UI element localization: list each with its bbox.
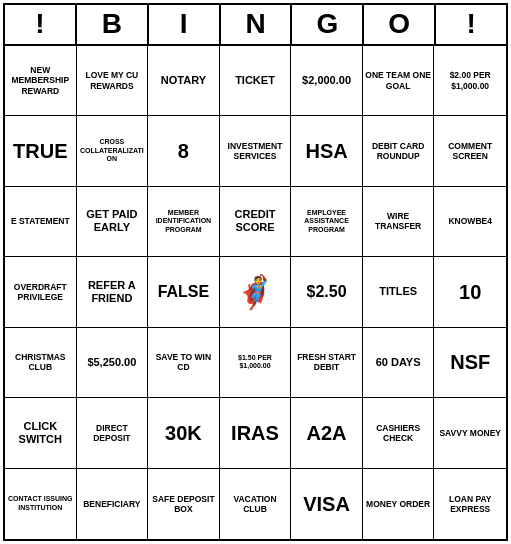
- cell-r1-c4: HSA: [291, 116, 363, 186]
- cell-r3-c6: 10: [434, 257, 506, 327]
- cell-r0-c4: $2,000.00: [291, 46, 363, 116]
- cell-r2-c2: MEMBER IDENTIFICATION PROGRAM: [148, 187, 220, 257]
- cell-r4-c5: 60 DAYS: [363, 328, 435, 398]
- cell-r4-c0: CHRISTMAS CLUB: [5, 328, 77, 398]
- cell-r3-c5: TITLES: [363, 257, 435, 327]
- header-cell-1: B: [77, 5, 149, 44]
- cell-r4-c1: $5,250.00: [77, 328, 149, 398]
- cell-r2-c1: GET PAID EARLY: [77, 187, 149, 257]
- bingo-card: !BINGO! NEW MEMBERSHIP REWARDLOVE MY CU …: [3, 3, 508, 541]
- cell-r0-c6: $2.00 PER $1,000.00: [434, 46, 506, 116]
- bingo-grid: NEW MEMBERSHIP REWARDLOVE MY CU REWARDSN…: [5, 46, 506, 539]
- cell-r6-c0: CONTACT ISSUING INSTITUTION: [5, 469, 77, 539]
- cell-r6-c5: MONEY ORDER: [363, 469, 435, 539]
- header-cell-6: !: [436, 5, 506, 44]
- cell-r4-c4: FRESH START DEBIT: [291, 328, 363, 398]
- cell-r2-c0: E STATEMENT: [5, 187, 77, 257]
- cell-r0-c1: LOVE MY CU REWARDS: [77, 46, 149, 116]
- cell-r3-c0: OVERDRAFT PRIVILEGE: [5, 257, 77, 327]
- header-cell-0: !: [5, 5, 77, 44]
- cell-r6-c2: SAFE DEPOSIT BOX: [148, 469, 220, 539]
- cell-r1-c1: CROSS COLLATERALIZATION: [77, 116, 149, 186]
- cell-r3-c4: $2.50: [291, 257, 363, 327]
- cell-r0-c2: NOTARY: [148, 46, 220, 116]
- cell-r4-c6: NSF: [434, 328, 506, 398]
- cell-r4-c2: SAVE TO WIN CD: [148, 328, 220, 398]
- cell-r1-c0: TRUE: [5, 116, 77, 186]
- header-cell-4: G: [292, 5, 364, 44]
- cell-r6-c1: BENEFICIARY: [77, 469, 149, 539]
- cell-r0-c0: NEW MEMBERSHIP REWARD: [5, 46, 77, 116]
- cell-r6-c3: VACATION CLUB: [220, 469, 292, 539]
- cell-r2-c6: KNOWBE4: [434, 187, 506, 257]
- cell-r1-c3: INVESTMENT SERVICES: [220, 116, 292, 186]
- cell-r5-c1: DIRECT DEPOSIT: [77, 398, 149, 468]
- cell-r3-c1: REFER A FRIEND: [77, 257, 149, 327]
- cell-r3-c2: FALSE: [148, 257, 220, 327]
- cell-r5-c2: 30K: [148, 398, 220, 468]
- cell-r0-c5: ONE TEAM ONE GOAL: [363, 46, 435, 116]
- header-cell-5: O: [364, 5, 436, 44]
- cell-r3-c3: 🦸: [220, 257, 292, 327]
- header-cell-2: I: [149, 5, 221, 44]
- cell-r4-c3: $1.50 PER $1,000.00: [220, 328, 292, 398]
- cell-r6-c4: VISA: [291, 469, 363, 539]
- cell-r2-c5: WIRE TRANSFER: [363, 187, 435, 257]
- cell-r1-c6: COMMENT SCREEN: [434, 116, 506, 186]
- cell-r5-c3: IRAS: [220, 398, 292, 468]
- cell-r5-c0: CLICK SWITCH: [5, 398, 77, 468]
- cell-r5-c4: A2A: [291, 398, 363, 468]
- cell-r1-c2: 8: [148, 116, 220, 186]
- header-cell-3: N: [221, 5, 293, 44]
- cell-r5-c5: CASHIERS CHECK: [363, 398, 435, 468]
- cell-r2-c3: CREDIT SCORE: [220, 187, 292, 257]
- cell-r0-c3: TICKET: [220, 46, 292, 116]
- cell-r5-c6: SAVVY MONEY: [434, 398, 506, 468]
- bingo-header: !BINGO!: [5, 5, 506, 46]
- cell-r6-c6: LOAN PAY EXPRESS: [434, 469, 506, 539]
- cell-r1-c5: DEBIT CARD ROUNDUP: [363, 116, 435, 186]
- cell-r2-c4: EMPLOYEE ASSISTANCE PROGRAM: [291, 187, 363, 257]
